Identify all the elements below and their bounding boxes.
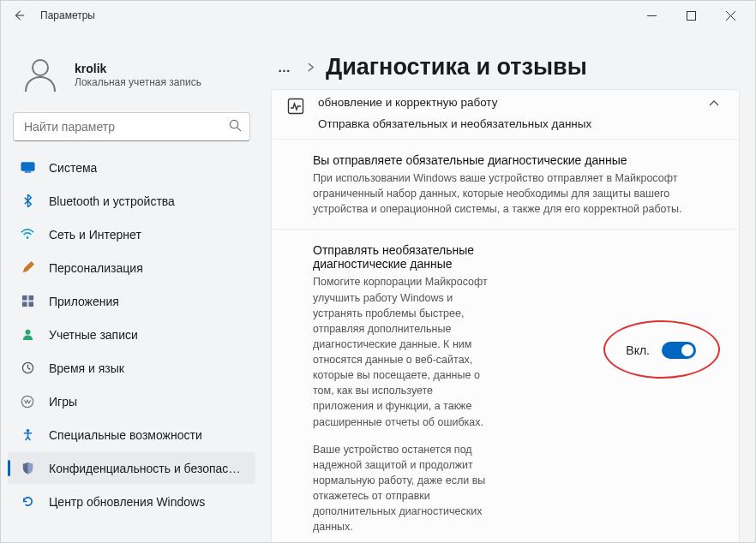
svg-rect-4	[24, 171, 31, 172]
optional-data-section: Отправлять необязательные диагностически…	[272, 230, 739, 542]
sidebar-item-label: Bluetooth и устройства	[49, 194, 175, 208]
svg-rect-8	[21, 301, 27, 307]
sidebar-item-label: Конфиденциальность и безопасность	[49, 462, 247, 475]
card-header[interactable]: обновление и корректную работу Отправка …	[272, 90, 739, 139]
gaming-icon	[20, 394, 35, 409]
window-title: Параметры	[40, 9, 95, 21]
section-desc: Помогите корпорации Майкрософт улучшить …	[313, 274, 493, 429]
maximize-icon	[687, 11, 696, 21]
sidebar-item-label: Игры	[49, 395, 77, 409]
diagnostics-icon	[287, 98, 304, 115]
breadcrumb-ellipsis[interactable]: …	[274, 60, 296, 75]
brush-icon	[20, 260, 35, 276]
wifi-icon	[20, 227, 35, 242]
sidebar-item-label: Специальные возможности	[49, 428, 202, 442]
svg-point-10	[25, 330, 30, 335]
profile-subtitle: Локальная учетная запись	[75, 76, 201, 88]
section-desc-2: Ваше устройство останется под надежной з…	[313, 442, 493, 535]
optional-toggle-area: Вкл.	[626, 342, 696, 359]
svg-point-12	[21, 396, 33, 407]
section-title: Отправлять необязательные диагностически…	[313, 243, 493, 271]
window-controls	[632, 3, 750, 28]
maximize-button[interactable]	[671, 3, 711, 28]
page-title: Диагностика и отзывы	[326, 54, 587, 81]
required-data-section: Вы отправляете обязательные диагностичес…	[272, 140, 739, 229]
svg-rect-0	[687, 11, 695, 20]
diagnostic-card: обновление и корректную работу Отправка …	[271, 89, 740, 542]
sidebar-item-gaming[interactable]: Игры	[8, 385, 255, 417]
bluetooth-icon	[20, 194, 35, 209]
update-icon	[20, 494, 35, 510]
minimize-icon	[647, 11, 657, 21]
content: … Диагностика и отзывы обновление и корр…	[262, 30, 755, 542]
sidebar: krolik Локальная учетная запись Система	[1, 30, 262, 542]
sidebar-item-time[interactable]: Время и язык	[8, 352, 255, 384]
sidebar-item-label: Сеть и Интернет	[49, 228, 141, 242]
titlebar: Параметры	[1, 1, 755, 30]
sidebar-item-label: Система	[49, 161, 97, 175]
sidebar-item-label: Время и язык	[49, 361, 124, 375]
sidebar-item-system[interactable]: Система	[8, 152, 255, 183]
sidebar-item-label: Центр обновления Windows	[49, 495, 205, 509]
body: krolik Локальная учетная запись Система	[1, 30, 755, 542]
sidebar-item-label: Персонализация	[49, 261, 143, 275]
svg-point-2	[230, 120, 237, 128]
minimize-button[interactable]	[632, 3, 671, 28]
sidebar-item-accessibility[interactable]: Специальные возможности	[8, 419, 255, 451]
search-wrap	[13, 112, 250, 141]
svg-rect-7	[28, 295, 33, 301]
chevron-right-icon	[306, 61, 315, 75]
profile-block[interactable]: krolik Локальная учетная запись	[8, 40, 255, 112]
sidebar-item-label: Приложения	[49, 295, 119, 308]
svg-rect-3	[21, 163, 33, 170]
card-header-text: обновление и корректную работу Отправка …	[318, 96, 694, 130]
svg-rect-9	[28, 301, 33, 307]
card-header-line2: Отправка обязательных и необязательных д…	[318, 117, 694, 130]
sidebar-item-personalization[interactable]: Персонализация	[8, 252, 255, 283]
sidebar-item-network[interactable]: Сеть и Интернет	[8, 218, 255, 250]
close-icon	[726, 11, 735, 21]
profile-name: krolik	[75, 62, 201, 75]
close-button[interactable]	[711, 3, 750, 28]
apps-icon	[20, 294, 35, 309]
accessibility-icon	[20, 427, 35, 443]
svg-point-5	[27, 236, 29, 239]
back-button[interactable]	[6, 3, 32, 28]
toggle-label: Вкл.	[626, 343, 650, 357]
sidebar-item-accounts[interactable]: Учетные записи	[8, 319, 255, 350]
optional-data-toggle[interactable]	[662, 342, 696, 359]
search-icon	[229, 119, 242, 134]
person-icon	[20, 54, 61, 95]
search-input[interactable]	[13, 112, 250, 141]
clock-icon	[20, 361, 35, 376]
profile-text: krolik Локальная учетная запись	[75, 62, 201, 88]
sidebar-item-apps[interactable]: Приложения	[8, 285, 255, 317]
cards: обновление и корректную работу Отправка …	[271, 89, 740, 542]
account-icon	[20, 327, 35, 343]
optional-left: Отправлять необязательные диагностически…	[313, 243, 493, 534]
arrow-left-icon	[13, 9, 25, 21]
section-title: Вы отправляете обязательные диагностичес…	[313, 153, 723, 167]
svg-rect-6	[21, 295, 27, 301]
avatar	[18, 52, 63, 97]
chevron-up-icon[interactable]	[708, 98, 723, 112]
nav: Система Bluetooth и устройства Сеть и Ин…	[8, 152, 255, 517]
shield-icon	[20, 461, 35, 476]
sidebar-item-bluetooth[interactable]: Bluetooth и устройства	[8, 185, 255, 217]
sidebar-item-update[interactable]: Центр обновления Windows	[8, 486, 255, 517]
sidebar-item-privacy[interactable]: Конфиденциальность и безопасность	[8, 452, 255, 484]
svg-point-1	[33, 60, 48, 75]
settings-window: Параметры krolik	[0, 0, 756, 543]
card-header-line1: обновление и корректную работу	[318, 96, 694, 109]
section-desc: При использовании Windows ваше устройств…	[313, 170, 723, 217]
svg-point-13	[26, 429, 29, 433]
breadcrumb: … Диагностика и отзывы	[271, 54, 740, 81]
optional-right: Вкл.	[508, 243, 723, 534]
monitor-icon	[20, 160, 35, 176]
sidebar-item-label: Учетные записи	[49, 328, 138, 342]
